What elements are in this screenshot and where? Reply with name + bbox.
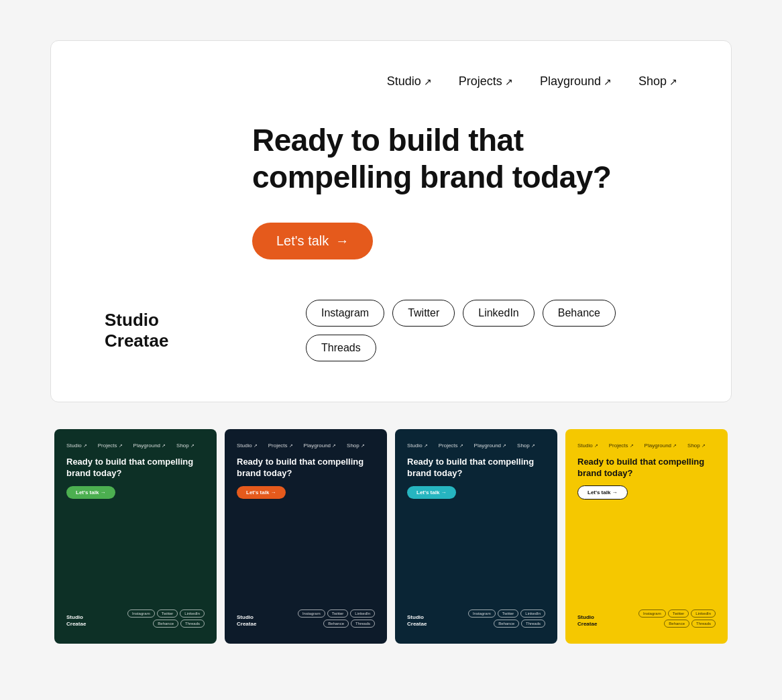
variant-nav-1: Studio ↗ Projects ↗ Playground ↗ Shop ↗ <box>66 443 205 449</box>
nav-projects[interactable]: Projects ↗ <box>459 74 513 89</box>
social-instagram[interactable]: Instagram <box>306 300 384 327</box>
variant-dark-green: Studio ↗ Projects ↗ Playground ↗ Shop ↗ … <box>54 429 217 644</box>
variant-logo-3: StudioCreatae <box>407 614 427 628</box>
social-links: Instagram Twitter LinkedIn Behance Threa… <box>306 300 677 361</box>
variant-title-3: Ready to build that compelling brand tod… <box>407 457 545 479</box>
cta-arrow-icon: → <box>335 233 349 249</box>
social-twitter[interactable]: Twitter <box>392 300 455 327</box>
variant-logo-2: StudioCreatae <box>237 614 256 628</box>
variant-title-4: Ready to build that compelling brand tod… <box>577 457 716 479</box>
social-threads[interactable]: Threads <box>306 335 376 361</box>
nav-studio-arrow: ↗ <box>424 76 432 87</box>
variant-cta-4[interactable]: Let's talk → <box>577 485 628 500</box>
logo-area: Studio Creatae <box>105 310 306 351</box>
variant-nav-4: Studio ↗ Projects ↗ Playground ↗ Shop ↗ <box>577 443 716 449</box>
variant-logo-1: StudioCreatae <box>66 614 86 628</box>
social-behance[interactable]: Behance <box>543 300 616 327</box>
variant-socials-4: Instagram Twitter LinkedIn Behance Threa… <box>628 609 716 628</box>
variant-nav-3: Studio ↗ Projects ↗ Playground ↗ Shop ↗ <box>407 443 545 449</box>
variant-cta-2[interactable]: Let's talk → <box>237 486 286 499</box>
variants-section: Studio ↗ Projects ↗ Playground ↗ Shop ↗ … <box>0 402 782 644</box>
variant-cta-1[interactable]: Let's talk → <box>66 486 115 499</box>
variant-yellow: Studio ↗ Projects ↗ Playground ↗ Shop ↗ … <box>565 429 728 644</box>
social-linkedin[interactable]: LinkedIn <box>463 300 535 327</box>
variant-dark-navy: Studio ↗ Projects ↗ Playground ↗ Shop ↗ … <box>225 429 387 644</box>
nav-playground[interactable]: Playground ↗ <box>540 74 612 89</box>
main-card: Studio ↗ Projects ↗ Playground ↗ Shop ↗ … <box>50 40 732 402</box>
variant-socials-2: Instagram Twitter LinkedIn Behance Threa… <box>288 609 375 628</box>
variant-title-2: Ready to build that compelling brand tod… <box>237 457 375 479</box>
nav-studio[interactable]: Studio ↗ <box>387 74 432 89</box>
nav-playground-arrow: ↗ <box>604 76 612 87</box>
card-footer: Studio Creatae Instagram Twitter LinkedI… <box>51 300 731 361</box>
variant-cta-3[interactable]: Let's talk → <box>407 486 456 499</box>
nav-projects-arrow: ↗ <box>505 76 513 87</box>
nav-shop[interactable]: Shop ↗ <box>638 74 677 89</box>
variant-title-1: Ready to build that compelling brand tod… <box>66 457 205 479</box>
hero-title: Ready to build that compelling brand tod… <box>252 122 677 196</box>
variant-nav-2: Studio ↗ Projects ↗ Playground ↗ Shop ↗ <box>237 443 375 449</box>
variant-socials-3: Instagram Twitter LinkedIn Behance Threa… <box>458 609 545 628</box>
page-wrapper: Studio ↗ Projects ↗ Playground ↗ Shop ↗ … <box>0 0 782 670</box>
brand-logo: Studio Creatae <box>105 310 306 351</box>
main-nav: Studio ↗ Projects ↗ Playground ↗ Shop ↗ <box>51 41 731 115</box>
hero-section: Ready to build that compelling brand tod… <box>51 115 731 300</box>
nav-shop-arrow: ↗ <box>669 76 677 87</box>
variant-logo-4: StudioCreatae <box>577 614 597 628</box>
variant-socials-1: Instagram Twitter LinkedIn Behance Threa… <box>117 609 205 628</box>
cta-button[interactable]: Let's talk → <box>252 223 373 259</box>
variant-dark-teal: Studio ↗ Projects ↗ Playground ↗ Shop ↗ … <box>395 429 557 644</box>
